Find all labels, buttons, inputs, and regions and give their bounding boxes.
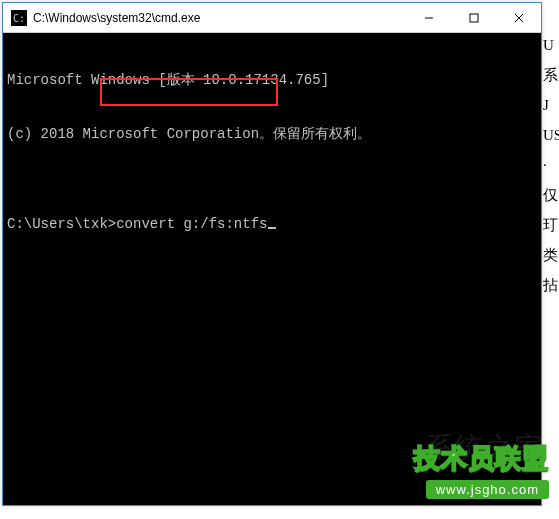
prompt-text: C:\Users\txk> [7,216,116,232]
background-char: US [543,120,559,150]
background-char: 仅 [543,180,559,210]
background-char: 系 [543,60,559,90]
terminal-line-copyright: (c) 2018 Microsoft Corporation。保留所有权利。 [7,125,537,143]
terminal-prompt-line: C:\Users\txk>convert g:/fs:ntfs [7,215,537,233]
command-text: convert g:/fs:ntfs [116,216,267,232]
close-button[interactable] [496,3,541,32]
background-char: 类 [543,240,559,270]
background-char: · [543,150,559,180]
background-char: 拈 [543,270,559,300]
terminal-area[interactable]: Microsoft Windows [版本 10.0.17134.765] (c… [3,33,541,505]
terminal-line-version: Microsoft Windows [版本 10.0.17134.765] [7,71,537,89]
background-char: 玎 [543,210,559,240]
minimize-button[interactable] [406,3,451,32]
svg-rect-3 [470,14,478,22]
terminal-cursor [268,227,276,229]
window-title: C:\Windows\system32\cmd.exe [33,11,406,25]
background-char: U [543,30,559,60]
window-controls [406,3,541,32]
background-char: J [543,90,559,120]
background-text-fragments: U系JUS·仅玎类拈 [543,30,559,300]
cmd-window: C: C:\Windows\system32\cmd.exe [2,2,542,506]
title-bar[interactable]: C: C:\Windows\system32\cmd.exe [3,3,541,33]
svg-text:C:: C: [13,13,25,24]
maximize-button[interactable] [451,3,496,32]
cmd-icon: C: [11,10,27,26]
